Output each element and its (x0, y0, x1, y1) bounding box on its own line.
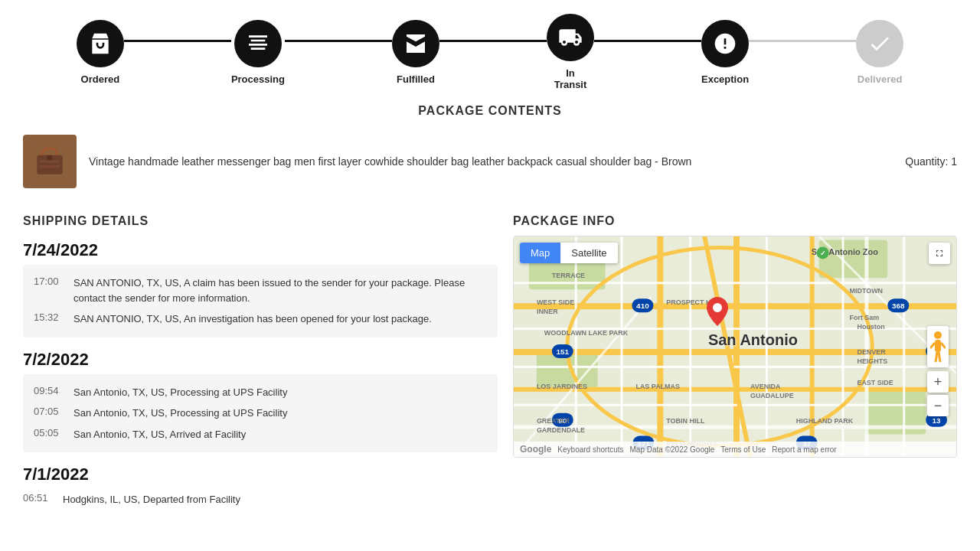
status-step-exception: Exception (701, 20, 749, 85)
event-row: 09:54 San Antonio, TX, US, Processing at… (34, 382, 487, 403)
svg-text:TOBIN HILL: TOBIN HILL (666, 417, 705, 425)
svg-text:✓: ✓ (820, 249, 826, 257)
fullscreen-icon (934, 248, 945, 259)
google-logo: Google (520, 444, 551, 455)
terms-link[interactable]: Terms of Use (720, 445, 766, 454)
event-desc: SAN ANTONIO, TX, US, A claim has been is… (74, 276, 487, 305)
event-time: 15:32 (34, 311, 63, 327)
status-step-fulfilled: Fulfilled (392, 20, 439, 85)
status-bar: Ordered Processing Fulfilled InTransit E… (0, 0, 980, 98)
map-footer: Google Keyboard shortcuts Map Data ©2022… (514, 442, 956, 457)
line-2 (285, 40, 392, 42)
package-info-section: PACKAGE INFO (513, 208, 957, 523)
satellite-button[interactable]: Satellite (560, 243, 617, 263)
alert-icon (713, 31, 737, 56)
pin-icon (707, 297, 728, 326)
package-info-title: PACKAGE INFO (513, 214, 957, 228)
fulfilled-icon-wrap (392, 20, 439, 67)
status-step-ordered: Ordered (77, 20, 124, 85)
exception-label: Exception (701, 73, 749, 85)
svg-text:368: 368 (892, 302, 905, 310)
map-location-pin (707, 297, 728, 329)
svg-rect-4 (47, 155, 53, 161)
svg-text:INNER: INNER (537, 308, 558, 315)
box-icon (403, 31, 428, 56)
event-row: 05:05 San Antonio, TX, US, Arrived at Fa… (34, 424, 487, 445)
package-contents-section: PACKAGE CONTENTS Vintage handmade leathe… (0, 104, 980, 208)
delivered-icon-wrap (856, 20, 903, 67)
shipping-details-title: SHIPPING DETAILS (23, 214, 498, 228)
svg-point-77 (713, 303, 722, 312)
events-box-2: 09:54 San Antonio, TX, US, Processing at… (23, 374, 498, 453)
bag-icon (88, 31, 113, 56)
svg-text:AVENIDA: AVENIDA (750, 383, 781, 390)
map-data-label: Map Data ©2022 Google (630, 445, 715, 454)
status-step-delivered: Delivered (856, 20, 903, 85)
event-row: 15:32 SAN ANTONIO, TX, US, An investigat… (34, 308, 487, 330)
zoom-in-button[interactable]: + (927, 371, 949, 393)
event-desc: San Antonio, TX, US, Processing at UPS F… (74, 406, 287, 421)
product-thumbnail (23, 135, 77, 188)
report-link[interactable]: Report a map error (772, 445, 836, 454)
svg-text:EAST SIDE: EAST SIDE (857, 379, 893, 386)
package-item: Vintage handmade leather messenger bag m… (23, 127, 957, 196)
line-3 (439, 40, 547, 42)
date-group-2: 7/2/2022 09:54 San Antonio, TX, US, Proc… (23, 350, 498, 453)
zoom-out-button[interactable]: − (927, 395, 949, 416)
svg-text:Houston: Houston (857, 323, 884, 331)
svg-text:WEST SIDE: WEST SIDE (537, 298, 574, 306)
svg-point-71 (934, 331, 942, 339)
svg-text:MIDTOWN: MIDTOWN (849, 287, 883, 295)
lower-section: SHIPPING DETAILS 7/24/2022 17:00 SAN ANT… (0, 208, 980, 523)
svg-text:DENVER: DENVER (857, 348, 886, 356)
date-header-2: 7/2/2022 (23, 350, 498, 370)
shipping-details-section: SHIPPING DETAILS 7/24/2022 17:00 SAN ANT… (23, 208, 513, 523)
package-contents-title: PACKAGE CONTENTS (23, 104, 957, 118)
line-1 (124, 40, 231, 42)
product-description: Vintage handmade leather messenger bag m… (89, 154, 893, 170)
pegman-icon (930, 331, 946, 362)
product-quantity: Quantity: 1 (905, 155, 957, 168)
map-toolbar[interactable]: Map Satellite (520, 243, 618, 263)
fulfilled-label: Fulfilled (397, 73, 435, 85)
date-header-1: 7/24/2022 (23, 240, 498, 260)
check-icon (867, 31, 892, 56)
status-step-in-transit: InTransit (547, 14, 594, 90)
map-pegman[interactable] (927, 326, 949, 367)
svg-text:GREATER: GREATER (537, 417, 570, 425)
svg-rect-21 (514, 404, 956, 406)
keyboard-shortcuts-link[interactable]: Keyboard shortcuts (557, 445, 623, 454)
svg-rect-15 (733, 236, 740, 457)
svg-text:GARDENDALE: GARDENDALE (537, 426, 585, 434)
map-background: 410 368 35 151 90 371 37 13 TERRACE San … (514, 236, 956, 457)
svg-rect-2 (40, 160, 60, 162)
event-row: 06:51 Hodgkins, IL, US, Departed from Fa… (23, 489, 498, 510)
svg-text:GUADALUPE: GUADALUPE (750, 392, 794, 399)
svg-line-73 (930, 343, 935, 348)
processing-label: Processing (231, 73, 285, 85)
event-desc: San Antonio, TX, US, Processing at UPS F… (74, 385, 287, 400)
event-desc: SAN ANTONIO, TX, US, An investigation ha… (74, 311, 432, 327)
processing-icon-wrap (234, 20, 282, 67)
svg-rect-3 (40, 165, 60, 168)
event-time: 06:51 (23, 492, 52, 507)
ordered-icon-wrap (77, 20, 124, 67)
event-time: 05:05 (34, 427, 63, 442)
event-row: 07:05 San Antonio, TX, US, Processing at… (34, 403, 487, 424)
map-container[interactable]: 410 368 35 151 90 371 37 13 TERRACE San … (513, 236, 957, 458)
svg-line-76 (939, 352, 940, 362)
svg-text:HIGHLAND PARK: HIGHLAND PARK (796, 417, 854, 425)
svg-rect-14 (657, 236, 663, 457)
map-fullscreen-button[interactable] (929, 243, 950, 264)
date-group-1: 7/24/2022 17:00 SAN ANTONIO, TX, US, A c… (23, 240, 498, 337)
svg-text:410: 410 (636, 302, 649, 310)
svg-rect-20 (514, 366, 956, 368)
svg-text:151: 151 (556, 347, 569, 356)
map-zoom-controls[interactable]: + − (927, 371, 949, 419)
exception-icon-wrap (701, 20, 749, 67)
map-button[interactable]: Map (520, 243, 560, 263)
svg-text:LOS JARDINES: LOS JARDINES (537, 383, 587, 390)
date-group-3: 7/1/2022 06:51 Hodgkins, IL, US, Departe… (23, 465, 498, 510)
svg-rect-17 (864, 236, 868, 457)
in-transit-label: InTransit (554, 67, 587, 90)
